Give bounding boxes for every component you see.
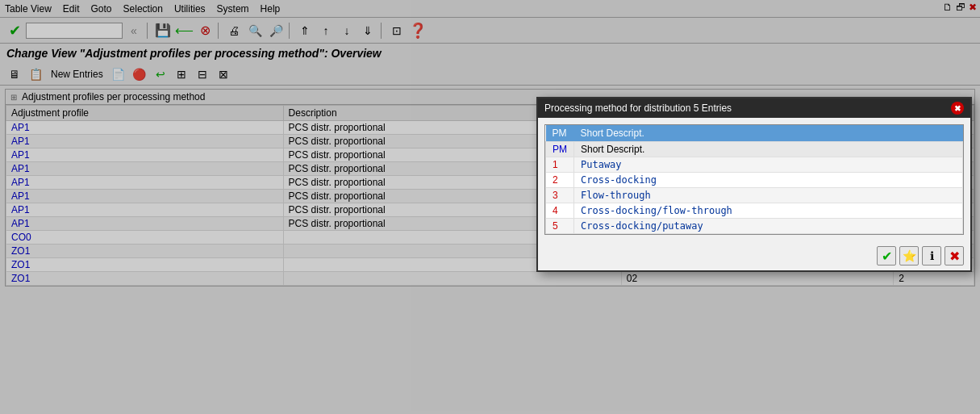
modal-desc-cell: Flow-through [574,188,963,203]
modal-list-item[interactable]: 1Putaway [546,157,963,173]
modal-body: PM Short Descript. PMShort Descript.1Put… [538,118,970,241]
modal-list-item[interactable]: 2Cross-docking [546,173,963,188]
modal-table: PM Short Descript. PMShort Descript.1Put… [545,125,963,234]
modal-overlay: Processing method for distribution 5 Ent… [0,0,980,290]
modal-table-wrapper: PM Short Descript. PMShort Descript.1Put… [544,124,964,235]
modal-title-bar: Processing method for distribution 5 Ent… [538,98,970,118]
modal-info-button[interactable]: ℹ [922,246,941,266]
modal-list-item[interactable]: 5Cross-docking/putaway [546,219,963,234]
modal-col-desc: Short Descript. [574,125,963,142]
modal-col-pm: PM [546,125,574,142]
modal-desc-cell: Cross-docking/putaway [574,219,963,234]
modal-list-item[interactable]: 3Flow-through [546,188,963,203]
modal-pm-cell: 5 [546,219,574,234]
modal-desc-cell: Cross-docking/flow-through [574,203,963,219]
modal-list-item[interactable]: 4Cross-docking/flow-through [546,203,963,219]
modal-pm-cell: 3 [546,188,574,203]
modal-footer: ✔ ⭐ ℹ ✖ [538,241,970,270]
modal-close-button[interactable]: ✖ [951,102,964,115]
modal-dialog: Processing method for distribution 5 Ent… [536,97,972,272]
modal-desc-cell: Putaway [574,157,963,173]
modal-star-button[interactable]: ⭐ [899,246,919,266]
modal-cancel-button[interactable]: ✖ [945,246,964,266]
modal-confirm-button[interactable]: ✔ [877,246,896,266]
modal-pm-cell: 4 [546,203,574,219]
modal-header-row: PMShort Descript. [546,142,963,157]
modal-pm-cell: 1 [546,157,574,173]
modal-title: Processing method for distribution 5 Ent… [544,102,732,114]
modal-desc-cell: Cross-docking [574,173,963,188]
modal-pm-cell: 2 [546,173,574,188]
